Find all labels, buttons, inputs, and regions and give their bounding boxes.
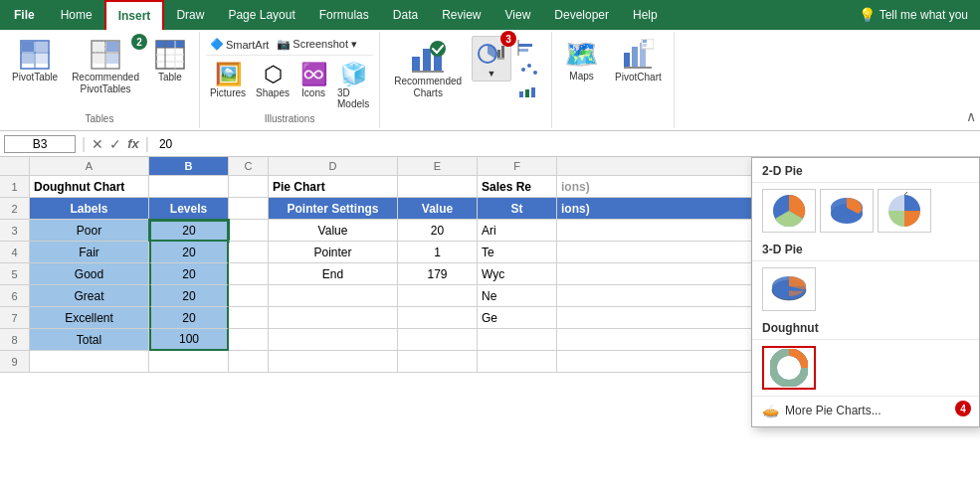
scatter-chart-button[interactable] [515,60,543,80]
cell-d5[interactable]: End [269,263,398,285]
name-box[interactable] [4,135,76,153]
cell-c9[interactable] [229,351,269,373]
cell-a2[interactable]: Labels [30,198,149,220]
cell-e7[interactable] [398,307,478,329]
3d-models-button[interactable]: 🧊 3DModels [333,60,373,111]
row-header-9[interactable]: 9 [0,351,30,373]
cell-c3[interactable] [229,220,269,242]
pie-2d-option-1[interactable] [762,189,816,233]
row-header-3[interactable]: 3 [0,220,30,242]
tab-formulas[interactable]: Formulas [307,0,381,30]
cell-f3[interactable]: Ari [478,220,557,242]
function-icon[interactable]: fx [127,136,139,151]
tab-review[interactable]: Review [430,0,492,30]
cell-e3[interactable]: 20 [398,220,478,242]
pivot-table-button[interactable]: PivotTable [6,36,64,85]
cell-d4[interactable]: Pointer [269,242,398,263]
cell-f5[interactable]: Wyc [478,263,557,285]
tab-data[interactable]: Data [381,0,430,30]
icons-button[interactable]: ♾️ Icons [295,60,331,100]
cell-c1[interactable] [229,176,269,198]
table-button[interactable]: Table [147,36,193,84]
pie-2d-option-2[interactable] [820,189,874,233]
cell-e8[interactable] [398,329,478,351]
pie-dropdown-arrow[interactable]: ▼ [488,69,496,79]
tab-developer[interactable]: Developer [542,0,621,30]
tab-view[interactable]: View [493,0,543,30]
cell-b1[interactable] [149,176,229,198]
tab-home[interactable]: Home [49,0,104,30]
row-header-4[interactable]: 4 [0,242,30,263]
row-header-7[interactable]: 7 [0,307,30,329]
cell-e4[interactable]: 1 [398,242,478,263]
cell-f2[interactable]: St [478,198,557,220]
row-header-5[interactable]: 5 [0,263,30,285]
cell-d6[interactable] [269,285,398,307]
tab-draw[interactable]: Draw [164,0,216,30]
row-header-8[interactable]: 8 [0,329,30,351]
col-header-f[interactable]: F [478,157,557,175]
row-header-2[interactable]: 2 [0,198,30,220]
pie-2d-option-3[interactable] [878,189,931,233]
screenshot-button[interactable]: 📷 Screenshot ▾ [277,38,357,51]
cell-d2[interactable]: Pointer Settings [269,198,398,220]
cell-b6[interactable]: 20 [149,285,229,307]
cell-a8[interactable]: Total [30,329,149,351]
cell-a9[interactable] [30,351,149,373]
formula-input[interactable] [155,136,976,152]
cell-a1[interactable]: Doughnut Chart [30,176,149,198]
cell-c2[interactable] [229,198,269,220]
smartart-button[interactable]: 🔷 SmartArt [210,38,269,51]
recommended-pivot-button[interactable]: 2 RecommendedPivotTabl [66,36,145,97]
cell-d7[interactable] [269,307,398,329]
cell-d9[interactable] [269,351,398,373]
cell-a6[interactable]: Great [30,285,149,307]
ribbon-collapse-button[interactable]: ∧ [962,32,980,128]
cell-b8[interactable]: 100 [149,329,229,351]
cell-f4[interactable]: Te [478,242,557,263]
col-header-d[interactable]: D [269,157,398,175]
cell-c6[interactable] [229,285,269,307]
cell-b5[interactable]: 20 [149,263,229,285]
col-header-e[interactable]: E [398,157,478,175]
tab-insert[interactable]: Insert [104,0,165,30]
cell-b9[interactable] [149,351,229,373]
cell-a5[interactable]: Good [30,263,149,285]
cell-d1[interactable]: Pie Chart [269,176,398,198]
cell-b2[interactable]: Levels [149,198,229,220]
cell-f6[interactable]: Ne [478,285,557,307]
cell-e2[interactable]: Value [398,198,478,220]
maps-button[interactable]: 🗺️ Maps [558,36,605,83]
col-header-a[interactable]: A [30,157,149,175]
cell-e9[interactable] [398,351,478,373]
cell-a4[interactable]: Fair [30,242,149,263]
cell-e5[interactable]: 179 [398,263,478,285]
cell-a7[interactable]: Excellent [30,307,149,329]
cell-f1[interactable]: Sales Re [478,176,557,198]
row-header-1[interactable]: 1 [0,176,30,198]
cancel-icon[interactable]: ✕ [92,136,103,152]
more-pie-charts-button[interactable]: 🥧 More Pie Charts... 4 [752,396,979,426]
cell-f8[interactable] [478,329,557,351]
cell-b7[interactable]: 20 [149,307,229,329]
cell-b4[interactable]: 20 [149,242,229,263]
cell-c4[interactable] [229,242,269,263]
col-header-b[interactable]: B [149,157,229,175]
confirm-icon[interactable]: ✓ [109,136,121,152]
pictures-button[interactable]: 🖼️ Pictures [206,60,250,100]
col-header-c[interactable]: C [229,157,269,175]
cell-d8[interactable] [269,329,398,351]
cell-d3[interactable]: Value [269,220,398,242]
tab-page-layout[interactable]: Page Layout [216,0,306,30]
cell-b3[interactable]: 20 [149,220,229,242]
cell-e6[interactable] [398,285,478,307]
shapes-button[interactable]: ⬡ Shapes [252,60,294,100]
bar-chart-button[interactable] [515,38,543,58]
cell-e1[interactable] [398,176,478,198]
tab-file[interactable]: File [0,0,49,30]
cell-f9[interactable] [478,351,557,373]
cell-c5[interactable] [229,263,269,285]
waterfall-chart-button[interactable] [515,82,543,101]
recommended-charts-button[interactable]: RecommendedCharts [388,36,468,101]
tab-help[interactable]: Help [621,0,670,30]
